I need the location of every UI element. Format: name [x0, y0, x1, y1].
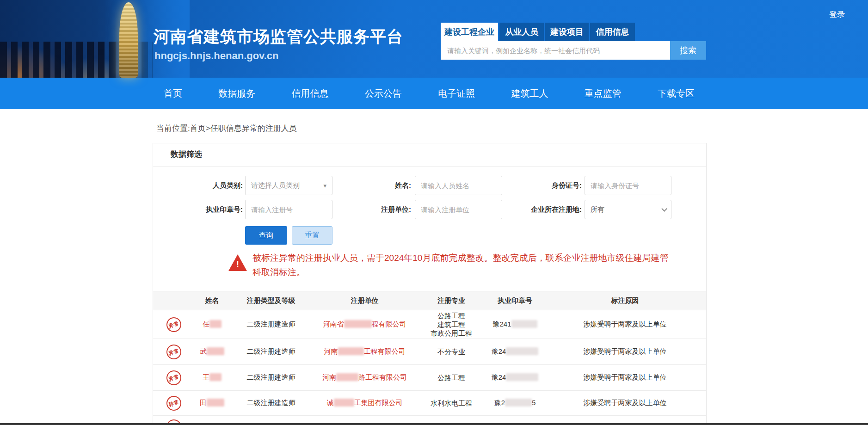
redaction [336, 373, 358, 381]
cell-reg-type: 二级注册建造师 [229, 373, 313, 382]
divider [153, 166, 706, 166]
site-url: hngcjs.hnjs.henan.gov.cn [154, 50, 279, 62]
redaction [207, 399, 224, 407]
nav-item-credit-info[interactable]: 信用信息 [292, 87, 329, 100]
nav-item-construction-workers[interactable]: 建筑工人 [511, 87, 548, 100]
person-type-value: 请选择人员类别 [251, 181, 323, 190]
search-category-tabs: 建设工程企业 从业人员 建设项目 信用信息 [441, 23, 635, 41]
person-type-select[interactable]: 请选择人员类别 ▾ [245, 176, 332, 195]
person-type-label: 人员类别: [162, 176, 243, 195]
table-row: 异常 王 二级注册建造师 河南路工程有限公司 公路工程 豫24 涉嫌受聘于两家及… [153, 365, 706, 391]
query-button[interactable]: 查询 [245, 226, 287, 245]
cell-seal-no: 豫24 [486, 373, 544, 382]
cell-reason: 涉嫌受聘于两家及以上单位 [544, 373, 706, 382]
redaction [334, 399, 354, 407]
cell-seal-no: 豫25 [486, 399, 544, 407]
abnormal-stamp-icon: 异常 [165, 368, 183, 387]
tower-image [119, 2, 138, 78]
region-label: 企业所在注册地: [505, 200, 582, 219]
header-reg-major: 注册专业 [417, 296, 486, 305]
reg-company-input[interactable] [415, 200, 502, 219]
site-title: 河南省建筑市场监管公共服务平台 [154, 26, 403, 48]
redaction [338, 347, 364, 355]
nav-item-data-services[interactable]: 数据服务 [218, 87, 255, 100]
caret-down-icon: ▾ [323, 182, 326, 189]
cell-reason: 涉嫌受聘于两家及以上单位 [544, 399, 706, 407]
table-row: 异常 田 二级注册建造师 诚工集团有限公司 水利水电工程 豫25 涉嫌受聘于两家… [153, 391, 706, 416]
redaction [209, 320, 222, 328]
redaction [209, 373, 222, 381]
cell-reason: 涉嫌受聘于两家及以上单位 [544, 320, 706, 329]
abnormal-persons-table: 姓名 注册类型及等级 注册单位 注册专业 执业印章号 标注原因 异常 任 二级注… [153, 291, 706, 416]
cell-reg-company[interactable]: 河南路工程有限公司 [313, 373, 417, 382]
nav-item-downloads[interactable]: 下载专区 [658, 87, 695, 100]
nav-item-key-supervision[interactable]: 重点监管 [585, 87, 622, 100]
seal-no-label: 执业印章号: [162, 200, 243, 219]
redaction [505, 399, 532, 407]
filter-panel-title: 数据筛选 [171, 149, 202, 160]
warning-icon: ! [228, 254, 247, 271]
header-reg-type: 注册类型及等级 [229, 296, 313, 305]
cell-reg-major: 不分专业 [417, 347, 486, 356]
region-select[interactable]: 所有 [585, 200, 671, 219]
id-card-input[interactable] [585, 176, 671, 195]
abnormal-stamp-icon: 异常 [165, 315, 183, 333]
tab-construction-enterprise[interactable]: 建设工程企业 [441, 23, 498, 41]
name-input[interactable] [415, 176, 502, 195]
abnormal-stamp-icon: 异常 [165, 394, 183, 412]
cell-reg-company[interactable]: 河南省程有限公司 [313, 320, 417, 329]
table-row: 异常 任 二级注册建造师 河南省程有限公司 公路工程 建筑工程 市政公用工程 豫… [153, 310, 706, 339]
cell-reason: 涉嫌受聘于两家及以上单位 [544, 347, 706, 356]
warning-text: 被标注异常的注册执业人员，需于2024年10月底前完成整改。整改完成后，联系企业… [252, 251, 674, 279]
abnormal-stamp-icon: 异常 [165, 342, 183, 361]
header-banner: 河南省建筑市场监管公共服务平台 hngcjs.hnjs.henan.gov.cn… [0, 0, 868, 78]
redaction [511, 320, 537, 328]
name-label: 姓名: [347, 176, 411, 195]
cell-name[interactable]: 任 [195, 320, 229, 329]
redaction [506, 347, 538, 355]
nav-item-home[interactable]: 首页 [164, 87, 182, 100]
cell-reg-type: 二级注册建造师 [229, 399, 313, 407]
redaction [344, 320, 372, 328]
header-reason: 标注原因 [544, 296, 706, 305]
tab-practitioners[interactable]: 从业人员 [499, 23, 544, 41]
redaction [207, 347, 224, 355]
cell-reg-company[interactable]: 河南工程有限公司 [313, 347, 417, 356]
reset-button[interactable]: 重置 [292, 226, 332, 245]
nav-item-e-certificates[interactable]: 电子证照 [438, 87, 475, 100]
cell-reg-type: 二级注册建造师 [229, 347, 313, 356]
table-header-row: 姓名 注册类型及等级 注册单位 注册专业 执业印章号 标注原因 [153, 291, 706, 310]
header-seal-no: 执业印章号 [486, 296, 544, 305]
content-card: 数据筛选 人员类别: 请选择人员类别 ▾ 姓名: 身份证号: 执业印章号: 注册… [153, 143, 707, 425]
cell-seal-no: 豫241 [486, 320, 544, 329]
page: 河南省建筑市场监管公共服务平台 hngcjs.hnjs.henan.gov.cn… [0, 0, 868, 425]
redaction [506, 373, 538, 381]
tab-credit-info[interactable]: 信用信息 [590, 23, 635, 41]
cell-reg-major: 公路工程 建筑工程 市政公用工程 [417, 311, 486, 338]
main-nav: 首页 数据服务 信用信息 公示公告 电子证照 建筑工人 重点监管 下载专区 [0, 78, 868, 109]
cell-name[interactable]: 武 [195, 347, 229, 356]
seal-no-input[interactable] [245, 200, 332, 219]
cell-reg-major: 公路工程 [417, 373, 486, 382]
cell-name[interactable]: 王 [195, 373, 229, 382]
cell-reg-major: 水利水电工程 [417, 399, 486, 407]
breadcrumb: 当前位置:首页>任职信息异常的注册人员 [156, 123, 297, 134]
search-bar: 搜索 [441, 41, 706, 60]
reg-company-label: 注册单位: [347, 200, 411, 219]
search-input[interactable] [441, 41, 670, 60]
tab-construction-projects[interactable]: 建设项目 [545, 23, 589, 41]
header-reg-company: 注册单位 [313, 296, 417, 305]
table-row: 异常 武 二级注册建造师 河南工程有限公司 不分专业 豫24 涉嫌受聘于两家及以… [153, 339, 706, 365]
search-button[interactable]: 搜索 [670, 41, 706, 60]
cell-name[interactable]: 田 [195, 399, 229, 407]
header-name: 姓名 [195, 296, 229, 305]
cell-reg-type: 二级注册建造师 [229, 320, 313, 329]
login-link[interactable]: 登录 [829, 9, 845, 20]
window-bottom-edge [0, 423, 868, 425]
cell-seal-no: 豫24 [486, 347, 544, 356]
nav-item-announcements[interactable]: 公示公告 [365, 87, 402, 100]
cell-reg-company[interactable]: 诚工集团有限公司 [313, 399, 417, 407]
region-value: 所有 [591, 205, 661, 214]
chevron-down-icon [661, 206, 667, 212]
id-card-label: 身份证号: [505, 176, 582, 195]
